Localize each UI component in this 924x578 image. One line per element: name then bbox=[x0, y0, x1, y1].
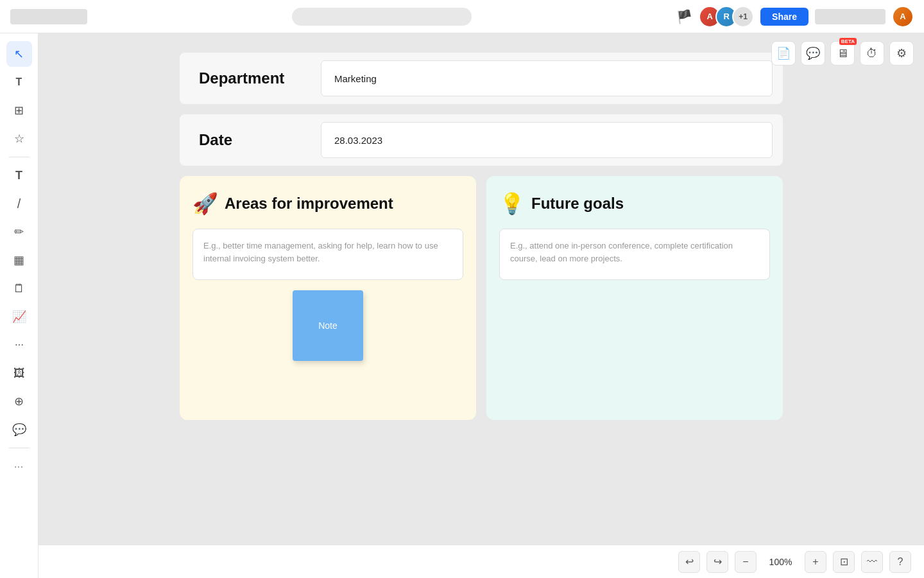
comment-icon: 💬 bbox=[806, 46, 820, 60]
sidebar-note[interactable]: 🗒 bbox=[6, 276, 32, 301]
text-icon: T bbox=[16, 76, 22, 88]
panels-row: 🚀 Areas for improvement E.g., better tim… bbox=[180, 176, 783, 420]
search-bar[interactable] bbox=[292, 8, 472, 26]
sidebar-cursor[interactable]: ↖ bbox=[6, 41, 32, 67]
sidebar-line[interactable]: / bbox=[6, 191, 32, 216]
zoom-in-icon: + bbox=[812, 556, 818, 568]
flag-icon: 🏴 bbox=[676, 9, 692, 24]
sidebar-chat[interactable]: 💬 bbox=[6, 417, 32, 442]
canvas: Department Marketing Date 28.03.2023 🚀 A… bbox=[38, 33, 924, 545]
undo-icon: ↩ bbox=[685, 556, 694, 568]
pen-icon: ✏ bbox=[14, 225, 24, 239]
sidebar-more[interactable]: ··· bbox=[6, 453, 32, 479]
beta-badge: BETA bbox=[839, 38, 857, 45]
undo-button[interactable]: ↩ bbox=[678, 551, 700, 573]
zoom-level: 100% bbox=[763, 557, 798, 567]
chat-icon: 💬 bbox=[12, 423, 26, 437]
sidebar-divider-2 bbox=[9, 448, 30, 448]
goals-title: 💡 Future goals bbox=[499, 191, 770, 216]
toolbar-right: 📄 💬 🖥 BETA ⏱ ⚙ bbox=[771, 41, 914, 66]
timer-button[interactable]: ⏱ bbox=[860, 41, 884, 66]
date-label: Date bbox=[180, 114, 321, 166]
more-icon: ··· bbox=[14, 461, 24, 471]
settings-icon: ⚙ bbox=[896, 46, 907, 60]
wave-icon: 〰 bbox=[867, 556, 877, 568]
sidebar-star[interactable]: ☆ bbox=[6, 126, 32, 152]
department-value[interactable]: Marketing bbox=[321, 60, 773, 96]
topbar-center bbox=[95, 8, 669, 26]
zoom-out-icon: − bbox=[742, 556, 748, 568]
sidebar-divider-1 bbox=[9, 157, 30, 157]
folder-icon: 📄 bbox=[776, 46, 791, 60]
avatar-count: +1 bbox=[732, 6, 754, 28]
goals-input[interactable]: E.g., attend one in-person conference, c… bbox=[499, 229, 770, 280]
sidebar-table[interactable]: ▦ bbox=[6, 247, 32, 273]
embed-icon: ⊕ bbox=[14, 394, 24, 408]
wave-button[interactable]: 〰 bbox=[861, 551, 883, 573]
avatar-group: A R +1 bbox=[699, 6, 754, 28]
zoom-out-button[interactable]: − bbox=[735, 551, 757, 573]
date-card: Date 28.03.2023 bbox=[180, 114, 783, 166]
image-icon: 🖼 bbox=[13, 367, 25, 380]
bottombar: ↩ ↪ − 100% + ⊡ 〰 ? bbox=[38, 545, 924, 578]
goals-title-text: Future goals bbox=[531, 195, 624, 213]
sidebar-text-tool[interactable]: T bbox=[6, 162, 32, 188]
fit-button[interactable]: ⊡ bbox=[833, 551, 855, 573]
sidebar-text[interactable]: T bbox=[6, 69, 32, 95]
improvement-title: 🚀 Areas for improvement bbox=[193, 191, 463, 216]
note-icon: 🗒 bbox=[13, 282, 25, 295]
sidebar-chart[interactable]: 📈 bbox=[6, 304, 32, 329]
topbar-right-extra bbox=[815, 9, 886, 24]
comment-button[interactable]: 💬 bbox=[801, 41, 825, 66]
goals-panel: 💡 Future goals E.g., attend one in-perso… bbox=[486, 176, 783, 420]
connector-icon: ⋯ bbox=[15, 340, 24, 350]
rocket-emoji: 🚀 bbox=[193, 191, 218, 216]
sidebar-pen[interactable]: ✏ bbox=[6, 219, 32, 245]
text-tool-icon: T bbox=[15, 169, 22, 182]
zoom-in-button[interactable]: + bbox=[805, 551, 826, 573]
avatar-last: A bbox=[892, 6, 914, 28]
topbar-right: 🏴 A R +1 Share A bbox=[676, 6, 914, 28]
folder-button[interactable]: 📄 bbox=[771, 41, 796, 66]
sidebar-shapes[interactable]: ⊞ bbox=[6, 98, 32, 123]
shapes-icon: ⊞ bbox=[14, 103, 24, 118]
sidebar-image[interactable]: 🖼 bbox=[6, 360, 32, 386]
date-value[interactable]: 28.03.2023 bbox=[321, 122, 773, 158]
improvement-panel: 🚀 Areas for improvement E.g., better tim… bbox=[180, 176, 476, 420]
topbar-logo bbox=[10, 9, 87, 24]
sticky-note[interactable]: Note bbox=[293, 290, 363, 361]
fit-icon: ⊡ bbox=[840, 556, 848, 568]
sidebar-connector[interactable]: ⋯ bbox=[6, 332, 32, 358]
redo-icon: ↪ bbox=[714, 556, 722, 568]
timer-icon: ⏱ bbox=[866, 47, 878, 60]
lightbulb-emoji: 💡 bbox=[499, 191, 525, 216]
share-button[interactable]: Share bbox=[760, 8, 809, 26]
help-button[interactable]: ? bbox=[889, 551, 911, 573]
star-icon: ☆ bbox=[14, 132, 24, 146]
redo-button[interactable]: ↪ bbox=[706, 551, 728, 573]
line-icon: / bbox=[17, 197, 21, 211]
improvement-title-text: Areas for improvement bbox=[225, 195, 393, 213]
improvement-input[interactable]: E.g., better time management, asking for… bbox=[193, 229, 463, 280]
chart-icon: 📈 bbox=[12, 310, 26, 324]
topbar: 🏴 A R +1 Share A bbox=[0, 0, 924, 33]
cursor-icon: ↖ bbox=[14, 47, 24, 61]
sidebar-embed[interactable]: ⊕ bbox=[6, 389, 32, 414]
department-card: Department Marketing bbox=[180, 53, 783, 104]
help-icon: ? bbox=[898, 556, 903, 568]
sidebar: ↖ T ⊞ ☆ T / ✏ ▦ 🗒 📈 ⋯ 🖼 ⊕ 💬 ··· bbox=[0, 33, 38, 578]
present-button[interactable]: 🖥 BETA bbox=[830, 41, 855, 66]
table-icon: ▦ bbox=[13, 253, 24, 267]
department-label: Department bbox=[180, 53, 321, 104]
settings-button[interactable]: ⚙ bbox=[889, 41, 914, 66]
present-icon: 🖥 bbox=[837, 47, 848, 60]
